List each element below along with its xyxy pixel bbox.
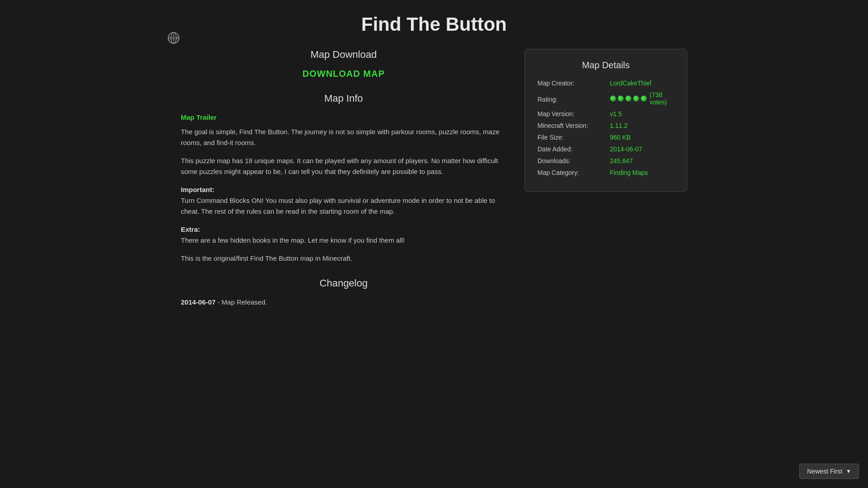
filesize-label: File Size: xyxy=(538,134,610,141)
date-added-value: 2014-06-07 xyxy=(610,145,642,153)
important-block: Important: Turn Command Blocks ON! You m… xyxy=(181,184,506,217)
details-row-rating: Rating: (738 votes) xyxy=(538,91,674,106)
map-details-heading: Map Details xyxy=(538,60,674,70)
download-map-link[interactable]: DOWNLOAD MAP xyxy=(181,69,506,79)
newest-first-label: Newest First xyxy=(807,468,842,475)
filesize-value: 960 KB xyxy=(610,134,631,141)
rating-container: (738 votes) xyxy=(610,91,674,106)
important-label: Important: xyxy=(181,186,214,193)
creator-label: Map Creator: xyxy=(538,80,610,87)
rating-dot-3 xyxy=(625,95,632,102)
version-label: Map Version: xyxy=(538,110,610,117)
right-panel: Map Details Map Creator: LordCakeThief R… xyxy=(524,49,687,192)
creator-value[interactable]: LordCakeThief xyxy=(610,80,651,87)
page-title: Find The Button xyxy=(181,9,687,35)
map-trailer-label: Map Trailer xyxy=(181,113,506,121)
map-details-panel: Map Details Map Creator: LordCakeThief R… xyxy=(524,49,687,192)
changelog-section: Changelog 2014-06-07 - Map Released. xyxy=(181,277,506,306)
download-section: Map Download DOWNLOAD MAP xyxy=(181,49,506,79)
globe-icon xyxy=(167,32,180,44)
votes-text: (738 votes) xyxy=(650,91,674,106)
rating-dot-5 xyxy=(641,95,647,102)
downloads-label: Downloads: xyxy=(538,157,610,164)
details-row-version: Map Version: v1.5 xyxy=(538,110,674,117)
details-row-mc-version: Minecraft Version: 1.11.2 xyxy=(538,122,674,129)
details-row-category: Map Category: Finding Maps xyxy=(538,169,674,176)
rating-dots xyxy=(610,95,647,102)
mc-version-value: 1.11.2 xyxy=(610,122,627,129)
changelog-text-1: - Map Released. xyxy=(216,298,267,306)
date-added-label: Date Added: xyxy=(538,145,610,153)
version-value: v1.5 xyxy=(610,110,622,117)
important-text: Turn Command Blocks ON! You must also pl… xyxy=(181,197,495,215)
chevron-down-icon: ▼ xyxy=(846,468,851,474)
details-table: Map Creator: LordCakeThief Rating: xyxy=(538,80,674,176)
details-row-creator: Map Creator: LordCakeThief xyxy=(538,80,674,87)
category-label: Map Category: xyxy=(538,169,610,176)
changelog-heading: Changelog xyxy=(181,277,506,289)
map-info-section: Map Info Map Trailer The goal is simple,… xyxy=(181,93,506,264)
rating-dot-4 xyxy=(633,95,639,102)
details-row-date-added: Date Added: 2014-06-07 xyxy=(538,145,674,153)
rating-dot-1 xyxy=(610,95,616,102)
rating-dot-2 xyxy=(618,95,624,102)
mc-version-label: Minecraft Version: xyxy=(538,122,610,129)
changelog-date-1: 2014-06-07 xyxy=(181,298,216,306)
changelog-entry-1: 2014-06-07 - Map Released. xyxy=(181,298,506,306)
extra-label: Extra: xyxy=(181,225,200,233)
details-row-filesize: File Size: 960 KB xyxy=(538,134,674,141)
extra-text: There are a few hidden books in the map.… xyxy=(181,236,405,244)
description-para-2: This puzzle map has 18 unique maps. It c… xyxy=(181,155,506,177)
extra-block: Extra: There are a few hidden books in t… xyxy=(181,224,506,246)
download-section-heading: Map Download xyxy=(181,49,506,61)
map-info-heading: Map Info xyxy=(181,93,506,104)
details-row-downloads: Downloads: 245,647 xyxy=(538,157,674,164)
left-content: Map Download DOWNLOAD MAP Map Info Map T… xyxy=(181,49,506,306)
final-text: This is the original/first Find The Butt… xyxy=(181,253,506,264)
category-value[interactable]: Finding Maps xyxy=(610,169,648,176)
rating-label: Rating: xyxy=(538,96,610,103)
newest-first-button[interactable]: Newest First ▼ xyxy=(799,464,859,479)
downloads-value: 245,647 xyxy=(610,157,633,164)
description-para-1: The goal is simple, Find The Button. The… xyxy=(181,127,506,148)
